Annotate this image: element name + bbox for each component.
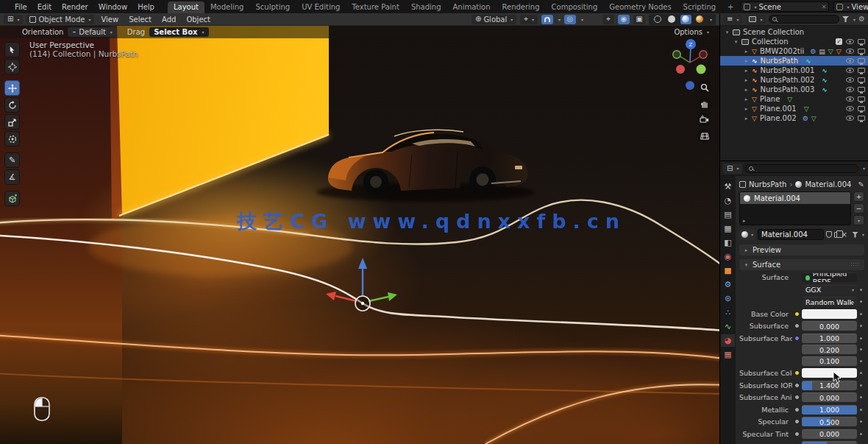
orientation-dropdown[interactable]: ⊕ Global▾ xyxy=(472,15,516,24)
tool-transform[interactable] xyxy=(4,131,20,147)
specular-tint-field[interactable]: 0.000 xyxy=(802,429,857,439)
decorator-dot[interactable] xyxy=(860,384,862,387)
menu-edit[interactable]: Edit xyxy=(33,2,56,12)
sss-radius-z-field[interactable]: 0.100 xyxy=(802,356,857,366)
screen-icon[interactable] xyxy=(858,49,865,54)
screen-icon[interactable] xyxy=(858,58,865,63)
shading-popover-chevron[interactable]: ▾ xyxy=(710,17,712,22)
xray-toggle[interactable]: ▣ xyxy=(633,15,645,24)
menu-window[interactable]: Window xyxy=(94,2,132,12)
decorator-dot[interactable] xyxy=(860,433,862,435)
tab-output[interactable]: ▤ xyxy=(721,208,735,221)
panel-preview[interactable]: ▸ Preview xyxy=(739,244,864,256)
decorator-dot[interactable] xyxy=(860,409,862,411)
collection-checkbox[interactable]: ✓ xyxy=(836,38,842,45)
zoom-button[interactable] xyxy=(697,80,711,94)
tab-modifiers[interactable]: ⚙ xyxy=(721,278,735,291)
tab-object[interactable]: ■ xyxy=(721,264,735,277)
tool-scale[interactable] xyxy=(4,114,20,130)
properties-search-input[interactable] xyxy=(745,164,858,173)
tab-material[interactable]: ◕ xyxy=(721,334,735,347)
menu-help[interactable]: Help xyxy=(133,2,159,12)
decorator-dot[interactable] xyxy=(860,360,862,362)
specular-slider[interactable]: 0.500 xyxy=(802,417,857,426)
screen-icon[interactable] xyxy=(858,96,865,102)
sss-radius-y-field[interactable]: 0.200 xyxy=(802,345,857,354)
tab-texture[interactable]: ▦ xyxy=(721,348,735,361)
tab-modeling[interactable]: Modeling xyxy=(204,1,250,13)
outliner-search-input[interactable] xyxy=(769,15,839,24)
material-slot-row[interactable]: Material.004 xyxy=(740,192,850,204)
unlink-scene-icon[interactable]: ✕ xyxy=(822,4,827,10)
sss-aniso-field[interactable]: 0.000 xyxy=(802,392,857,402)
tool-cursor[interactable] xyxy=(4,59,20,74)
outliner-display-mode-button[interactable]: ▾ xyxy=(745,15,766,24)
snap-toggle[interactable] xyxy=(541,15,553,24)
eye-icon[interactable] xyxy=(846,39,854,44)
add-workspace-button[interactable]: + xyxy=(722,1,739,13)
expand-icon[interactable]: ▸ xyxy=(744,87,749,93)
camera-view-button[interactable] xyxy=(697,113,711,127)
perspective-toggle-button[interactable] xyxy=(697,129,711,143)
eye-icon[interactable] xyxy=(846,58,854,63)
tab-world[interactable]: ◉ xyxy=(721,250,735,263)
tool-rotate[interactable] xyxy=(4,97,20,113)
eye-icon[interactable] xyxy=(846,96,854,102)
menu-view[interactable]: View xyxy=(97,15,122,24)
outliner-options-icon[interactable]: ⚙ xyxy=(858,15,865,23)
filter-funnel-icon[interactable] xyxy=(852,232,858,238)
breadcrumb-object[interactable]: NurbsPath xyxy=(749,180,786,188)
screen-icon[interactable] xyxy=(858,77,865,82)
eye-icon[interactable] xyxy=(846,116,854,121)
menu-select[interactable]: Select xyxy=(125,15,155,24)
input-socket-icon[interactable] xyxy=(794,336,800,341)
filter-chevron[interactable]: ▾ xyxy=(862,232,864,237)
outliner-row-plane-001[interactable]: ▸ ▽ Plane.001 ▽ xyxy=(720,104,868,113)
outliner-row-plane[interactable]: ▸ ▽ Plane ▽ xyxy=(720,94,868,104)
viewport-3d[interactable]: Z Orientation ⌁ Default▾ Drag Select Box… xyxy=(0,26,719,444)
outliner-row-nurbspath-002[interactable]: ▸ ∿ NurbsPath.002 ∿ xyxy=(720,75,868,85)
sss-ior-slider[interactable]: 1.400 xyxy=(802,381,857,390)
scene-selector[interactable]: ▾ Scene ✕ xyxy=(741,1,829,12)
tab-layout[interactable]: Layout xyxy=(168,1,204,13)
show-overlays-toggle[interactable]: ◉ xyxy=(618,15,630,24)
outliner-row-scene-collection[interactable]: ▾ Scene Collection xyxy=(720,27,868,37)
input-socket-icon[interactable] xyxy=(794,311,800,317)
tool-annotate[interactable]: ✎ xyxy=(4,152,20,168)
tool-measure[interactable]: ∡ xyxy=(4,169,20,185)
input-socket-icon[interactable] xyxy=(794,370,800,376)
proportional-editing-toggle[interactable]: ◎ xyxy=(564,15,576,24)
tab-view-layer[interactable]: ▦ xyxy=(721,222,735,235)
outliner-row-nurbspath[interactable]: ▸ ∿ NurbsPath ∿ xyxy=(720,56,868,66)
expand-icon[interactable]: ▾ xyxy=(733,39,739,45)
subsurface-field[interactable]: 0.000 xyxy=(802,321,857,331)
remove-slot-button[interactable]: − xyxy=(853,203,864,214)
snap-settings-chevron[interactable]: ▾ xyxy=(558,17,561,22)
distribution-dropdown[interactable]: GGX▾ xyxy=(802,285,857,295)
properties-options-chevron[interactable]: ▾ xyxy=(863,166,865,171)
decorator-dot[interactable] xyxy=(860,372,862,374)
add-slot-button[interactable]: + xyxy=(853,191,864,202)
tab-compositing[interactable]: Compositing xyxy=(546,1,604,13)
tab-texture-paint[interactable]: Texture Paint xyxy=(346,1,405,13)
screen-icon[interactable] xyxy=(858,39,865,44)
properties-editor-type-button[interactable]: ⊟▾ xyxy=(723,163,742,174)
outliner-row-car[interactable]: ▸ ▽ BMW2002tii ⚙ ▤ ▽ ▽ xyxy=(720,46,868,56)
show-gizmo-toggle[interactable]: ⌖ xyxy=(602,15,614,24)
view-layer-selector[interactable]: ▾ ViewLayer ✕ xyxy=(833,1,868,12)
screen-icon[interactable] xyxy=(858,106,865,111)
tool-move[interactable] xyxy=(4,80,20,96)
material-slot-list[interactable]: Material.004 ▸ xyxy=(739,191,851,225)
tab-geometry-nodes[interactable]: Geometry Nodes xyxy=(603,1,677,13)
tab-rendering[interactable]: Rendering xyxy=(496,1,545,13)
screen-icon[interactable] xyxy=(858,68,865,73)
metallic-slider[interactable]: 1.000 xyxy=(802,405,857,415)
shading-solid-button[interactable] xyxy=(666,15,677,24)
outliner-editor-type-button[interactable]: ≡▾ xyxy=(723,15,742,24)
sss-method-dropdown[interactable]: Random Walk▾ xyxy=(802,297,857,306)
expand-icon[interactable]: ▸ xyxy=(744,58,749,64)
eye-icon[interactable] xyxy=(846,87,854,92)
decorator-dot[interactable] xyxy=(860,289,862,291)
tab-scripting[interactable]: Scripting xyxy=(677,1,722,13)
shading-wireframe-button[interactable] xyxy=(652,15,664,24)
